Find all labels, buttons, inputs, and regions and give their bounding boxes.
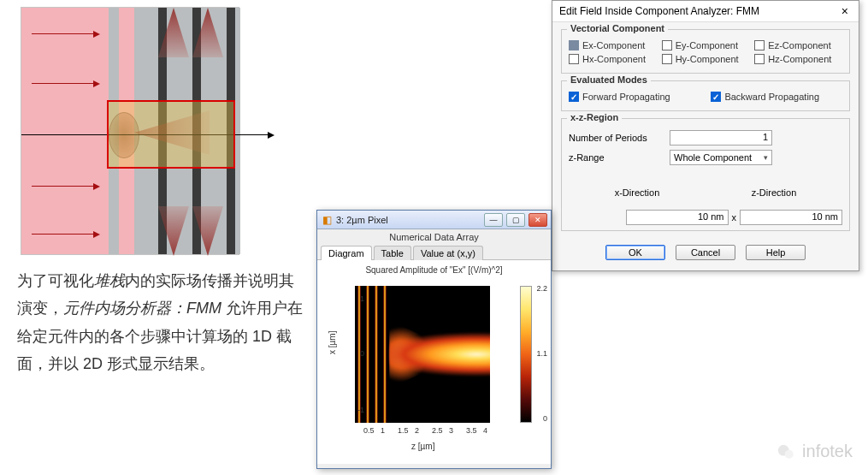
chevron-down-icon: ▾ — [764, 153, 768, 162]
colorbar — [520, 286, 532, 423]
sep-label: x — [732, 212, 737, 223]
watermark: infotek — [776, 442, 853, 461]
wechat-icon — [776, 442, 795, 461]
fmm-dialog: Edit Field Inside Component Analyzer: FM… — [552, 0, 859, 271]
y-tick: 0 — [347, 349, 364, 358]
heatmap-beam — [389, 332, 490, 377]
maximize-button[interactable]: ▢ — [506, 213, 525, 227]
x-tick: 0.5 — [363, 426, 375, 435]
colorbar-tick: 0 — [543, 414, 547, 423]
group-title: x-z-Region — [567, 112, 622, 122]
highlight-region — [107, 100, 235, 169]
tab-diagram[interactable]: Diagram — [321, 246, 372, 260]
checkbox-ex[interactable]: Ex-Component — [569, 40, 657, 50]
x-axis-label: z [µm] — [411, 442, 434, 451]
colorbar-tick: 2.2 — [536, 284, 547, 293]
heatmap — [355, 286, 490, 423]
y-axis-label: x [µm] — [328, 331, 337, 354]
group-modes: Evaluated Modes Forward Propagating Back… — [561, 80, 850, 111]
arrow-icon — [32, 234, 95, 235]
svg-point-1 — [785, 449, 794, 458]
x-tick: 4 — [483, 426, 487, 435]
nda-title: 3: 2µm Pixel — [336, 215, 481, 225]
group-title: Evaluated Modes — [567, 74, 651, 85]
numerical-data-window: ◧ 3: 2µm Pixel — ▢ ✕ Numerical Data Arra… — [316, 210, 552, 469]
x-tick: 2.5 — [432, 426, 443, 435]
checkbox-icon — [569, 92, 579, 102]
checkbox-icon — [569, 40, 579, 50]
periods-label: Number of Periods — [569, 133, 663, 143]
group-vectorial: Vectorial Component Ex-Component Ey-Comp… — [561, 29, 850, 74]
x-tick: 1 — [381, 426, 385, 435]
checkbox-hy[interactable]: Hy-Component — [662, 54, 750, 64]
xdir-header: x-Direction — [569, 187, 706, 198]
colorbar-tick: 1.1 — [536, 349, 547, 358]
close-icon[interactable]: × — [838, 4, 852, 18]
periods-input[interactable]: 1 — [670, 130, 772, 145]
text: 堆栈 — [94, 272, 125, 289]
checkbox-ey[interactable]: Ey-Component — [662, 40, 750, 50]
checkbox-icon — [711, 92, 721, 102]
ok-button[interactable]: OK — [605, 245, 665, 260]
description-text: 为了可视化堆栈内的实际场传播并说明其演变，元件内场分析器：FMM 允许用户在给定… — [17, 267, 308, 378]
close-button[interactable]: ✕ — [528, 213, 547, 227]
checkbox-hz[interactable]: Hz-Component — [754, 54, 842, 64]
fmm-title: Edit Field Inside Component Analyzer: FM… — [559, 5, 759, 17]
xdir-input[interactable]: 10 nm — [626, 210, 729, 225]
stack-illustration — [21, 7, 239, 255]
nda-titlebar: ◧ 3: 2µm Pixel — ▢ ✕ — [317, 211, 551, 229]
zdir-input[interactable]: 10 nm — [740, 210, 842, 225]
arrow-icon — [32, 33, 95, 34]
x-tick: 1.5 — [398, 426, 409, 435]
zrange-label: z-Range — [569, 152, 663, 163]
y-tick: -1 — [347, 406, 364, 414]
fmm-titlebar: Edit Field Inside Component Analyzer: FM… — [552, 1, 859, 22]
checkbox-backward[interactable]: Backward Propagating — [711, 92, 842, 102]
tabs: Diagram Table Value at (x,y) — [317, 245, 551, 260]
plot-title: Squared Amplitude of "Ex" [(V/m)^2] — [321, 265, 547, 275]
nda-subtitle: Numerical Data Array — [317, 229, 551, 245]
group-title: Vectorial Component — [567, 23, 668, 33]
checkbox-hx[interactable]: Hx-Component — [569, 54, 657, 64]
zrange-select[interactable]: Whole Component ▾ — [670, 150, 772, 165]
help-button[interactable]: Help — [746, 245, 806, 260]
minimize-button[interactable]: — — [484, 213, 503, 227]
y-tick: 1 — [347, 294, 364, 303]
plot-area: Squared Amplitude of "Ex" [(V/m)^2] 1 0 … — [317, 260, 551, 464]
arrow-icon — [32, 186, 95, 187]
checkbox-icon — [662, 54, 672, 64]
checkbox-icon — [754, 40, 765, 50]
checkbox-icon — [569, 54, 579, 64]
text: 为了可视化 — [17, 272, 94, 289]
tab-table[interactable]: Table — [374, 246, 411, 260]
group-region: x-z-Region Number of Periods 1 z-Range W… — [561, 118, 850, 231]
tab-value[interactable]: Value at (x,y) — [413, 246, 483, 260]
checkbox-ez[interactable]: Ez-Component — [754, 40, 842, 50]
x-tick: 3 — [449, 426, 453, 435]
text: 元件内场分析器：FMM — [63, 300, 221, 317]
x-tick: 3.5 — [466, 426, 477, 435]
window-icon: ◧ — [321, 214, 333, 226]
button-row: OK Cancel Help — [552, 236, 859, 270]
checkbox-icon — [662, 40, 672, 50]
x-tick: 2 — [415, 426, 419, 435]
checkbox-icon — [754, 54, 765, 64]
watermark-text: infotek — [802, 442, 853, 461]
checkbox-forward[interactable]: Forward Propagating — [569, 92, 700, 102]
zdir-header: z-Direction — [706, 187, 842, 198]
cancel-button[interactable]: Cancel — [676, 245, 735, 260]
arrow-icon — [32, 83, 95, 84]
